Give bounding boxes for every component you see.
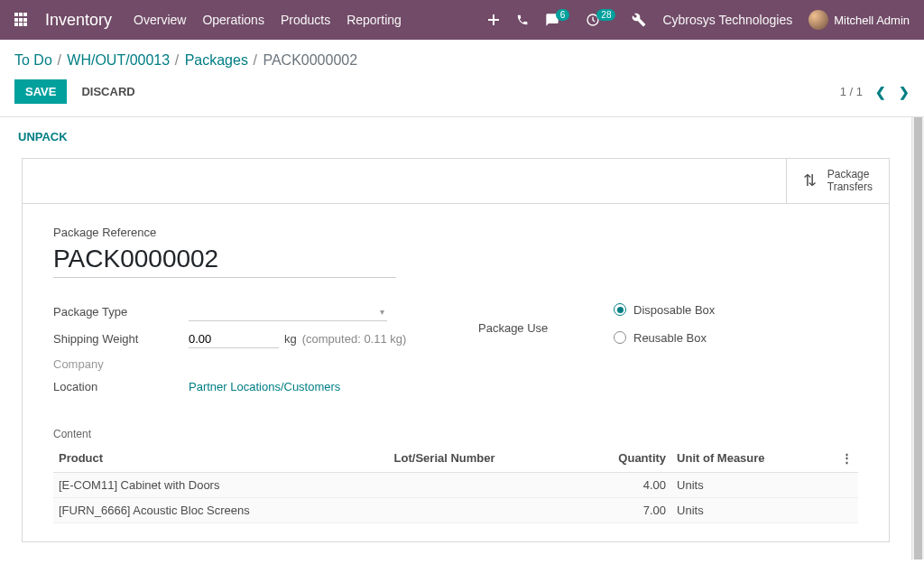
- app-name[interactable]: Inventory: [45, 11, 112, 30]
- radio-reusable[interactable]: [614, 331, 626, 344]
- form-sheet: ⇅ Package Transfers Package Reference PA…: [22, 158, 890, 542]
- shipping-weight-field[interactable]: [189, 330, 279, 348]
- save-button[interactable]: Save: [14, 79, 67, 104]
- package-reference-value[interactable]: PACK0000002: [53, 245, 396, 278]
- pager-next-icon[interactable]: ❯: [899, 85, 910, 99]
- apps-launcher-icon[interactable]: [14, 13, 29, 27]
- cell-uom: Units: [671, 472, 836, 497]
- content-section-title: Content: [53, 428, 858, 440]
- nav-products[interactable]: Products: [281, 13, 330, 27]
- cell-uom: Units: [671, 497, 836, 522]
- activity-badge: 28: [596, 9, 615, 21]
- breadcrumb: To Do / WH/OUT/00013 / Packages / PACK00…: [0, 40, 924, 74]
- package-type-field[interactable]: [189, 303, 387, 321]
- user-menu[interactable]: Mitchell Admin: [808, 10, 910, 30]
- breadcrumb-sep: /: [254, 52, 262, 68]
- content-table: Product Lot/Serial Number Quantity Unit …: [53, 444, 858, 523]
- breadcrumb-current: PACK0000002: [263, 52, 357, 68]
- cell-product: [FURN_6666] Acoustic Bloc Screens: [53, 497, 389, 522]
- chat-badge: 6: [556, 9, 570, 21]
- breadcrumb-item-transfer[interactable]: WH/OUT/00013: [67, 52, 170, 68]
- radio-disposable-label: Disposable Box: [633, 303, 715, 317]
- package-transfers-label: Package Transfers: [827, 168, 873, 194]
- breadcrumb-item-packages[interactable]: Packages: [185, 52, 248, 68]
- package-type-label: Package Type: [53, 305, 189, 319]
- user-name: Mitchell Admin: [834, 14, 910, 27]
- radio-disposable[interactable]: [614, 303, 626, 316]
- nav-overview[interactable]: Overview: [134, 13, 186, 27]
- shipping-weight-label: Shipping Weight: [53, 332, 189, 346]
- col-qty: Quantity: [575, 444, 672, 473]
- col-uom: Unit of Measure: [671, 444, 836, 473]
- discard-button[interactable]: Discard: [70, 79, 145, 104]
- location-value[interactable]: Partner Locations/Customers: [189, 380, 340, 393]
- package-transfers-button[interactable]: ⇅ Package Transfers: [786, 159, 889, 203]
- chat-icon[interactable]: 6: [545, 13, 570, 27]
- cell-product: [E-COM11] Cabinet with Doors: [53, 472, 389, 497]
- nav-reporting[interactable]: Reporting: [346, 13, 402, 27]
- vertical-scrollbar[interactable]: [911, 117, 924, 559]
- cell-qty: 7.00: [575, 497, 672, 522]
- main-header: Inventory Overview Operations Products R…: [0, 0, 924, 40]
- secondary-actions: Unpack: [0, 117, 911, 147]
- pager: 1 / 1 ❮ ❯: [840, 85, 910, 99]
- package-use-label: Package Use: [478, 321, 614, 335]
- col-product: Product: [53, 444, 389, 473]
- unpack-button[interactable]: Unpack: [14, 126, 71, 147]
- breadcrumb-sep: /: [57, 52, 65, 68]
- plus-icon[interactable]: [487, 14, 500, 26]
- weight-computed: (computed: 0.11 kg): [302, 332, 407, 346]
- package-reference-label: Package Reference: [53, 226, 858, 239]
- sheet-header: ⇅ Package Transfers: [23, 159, 889, 204]
- nav-operations[interactable]: Operations: [202, 13, 263, 27]
- company-label: Company: [53, 357, 189, 371]
- col-lot: Lot/Serial Number: [389, 444, 575, 473]
- breadcrumb-item-todo[interactable]: To Do: [14, 52, 52, 68]
- cell-qty: 4.00: [575, 472, 672, 497]
- action-bar: Save Discard 1 / 1 ❮ ❯: [0, 74, 924, 117]
- table-row[interactable]: [FURN_6666] Acoustic Bloc Screens 7.00 U…: [53, 497, 858, 522]
- tools-icon[interactable]: [632, 13, 646, 27]
- phone-icon[interactable]: [516, 14, 529, 26]
- transfer-arrows-icon: ⇅: [803, 171, 817, 190]
- breadcrumb-sep: /: [175, 52, 183, 68]
- table-row[interactable]: [E-COM11] Cabinet with Doors 4.00 Units: [53, 472, 858, 497]
- activity-icon[interactable]: 28: [586, 13, 615, 27]
- weight-unit: kg: [284, 332, 297, 346]
- pager-prev-icon[interactable]: ❮: [875, 85, 886, 99]
- pager-text: 1 / 1: [840, 85, 863, 98]
- scrollbar-thumb[interactable]: [914, 117, 922, 559]
- cell-lot: [389, 472, 575, 497]
- company-switcher[interactable]: Cybrosys Technologies: [662, 13, 792, 27]
- cell-lot: [389, 497, 575, 522]
- col-kebab-icon[interactable]: ⋮: [836, 444, 858, 473]
- radio-reusable-label: Reusable Box: [633, 331, 707, 345]
- avatar-icon: [808, 10, 828, 30]
- location-label: Location: [53, 380, 189, 393]
